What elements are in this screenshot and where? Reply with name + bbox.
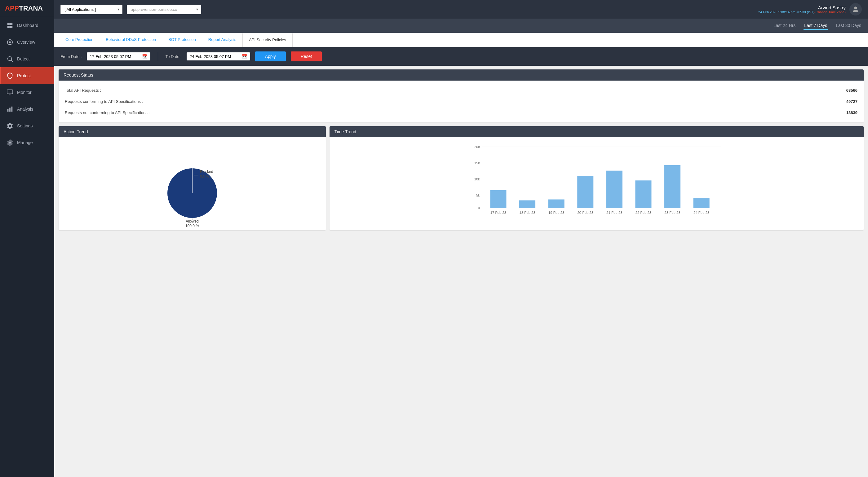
sidebar-item-manage[interactable]: Manage [0, 134, 54, 151]
date-divider [158, 52, 158, 61]
stat-value-nonconforming: 13839 [846, 110, 858, 115]
to-date-input[interactable] [190, 54, 239, 59]
time-trend-body: 20k 15k 10k 5k 0 [330, 137, 864, 227]
sidebar-nav: Dashboard Overview Detect Protect Monito… [0, 17, 54, 477]
user-time: 24 Feb 2023 5:08:14 pm +0530 (IST)(Chang… [758, 10, 846, 14]
svg-point-6 [8, 57, 12, 61]
from-date-input-wrap: 📅 [87, 52, 150, 60]
blocked-label-text: Blocked [200, 169, 213, 174]
app-dropdown-wrapper[interactable]: [ All Applications ] [60, 5, 122, 14]
tab-behavioral-ddos[interactable]: Behavioral DDoS Protection [99, 33, 162, 47]
stat-label-total: Total API Requests : [65, 88, 101, 93]
svg-rect-2 [7, 26, 10, 28]
sidebar-item-monitor[interactable]: Monitor [0, 84, 54, 101]
from-date-cal-icon[interactable]: 📅 [142, 54, 147, 59]
pie-chart: Blocked 0.0 % Allowed 100.0 % [149, 144, 236, 224]
action-trend-card: Action Trend Blocked 0.0 % Allowed [59, 126, 326, 230]
allowed-value-text: 100.0 % [185, 224, 199, 228]
from-date-label: From Date : [60, 54, 82, 59]
user-info: Arvind Sastry 24 Feb 2023 5:08:14 pm +05… [758, 5, 846, 14]
x-label-21feb: 21 Feb 23 [607, 211, 622, 215]
bar-20feb [577, 176, 593, 208]
bar-18feb [519, 200, 535, 208]
avatar-icon [851, 5, 860, 13]
logo-app: APP [5, 4, 19, 12]
time-btn-30days[interactable]: Last 30 Days [835, 22, 862, 30]
reset-button[interactable]: Reset [291, 52, 322, 61]
request-status-header: Request Status [59, 69, 864, 81]
sidebar-item-protect-label: Protect [17, 73, 31, 78]
bar-22feb [635, 180, 651, 208]
sidebar-item-analysis[interactable]: Analysis [0, 101, 54, 118]
x-label-23feb: 23 Feb 23 [664, 211, 680, 215]
apply-button[interactable]: Apply [255, 52, 286, 61]
charts-row: Action Trend Blocked 0.0 % Allowed [59, 126, 864, 230]
monitor-icon [6, 89, 13, 96]
to-date-input-wrap: 📅 [187, 52, 250, 60]
sidebar-item-analysis-label: Analysis [17, 107, 33, 112]
content-area: Core Protection Behavioral DDoS Protecti… [54, 33, 868, 477]
sidebar-item-dashboard[interactable]: Dashboard [0, 17, 54, 34]
analysis-icon [6, 106, 13, 113]
x-label-17feb: 17 Feb 23 [490, 211, 506, 215]
url-dropdown-wrapper[interactable]: api.prevention-portside.co [127, 5, 201, 14]
x-label-18feb: 18 Feb 23 [519, 211, 535, 215]
x-label-20feb: 20 Feb 23 [577, 211, 593, 215]
svg-rect-12 [9, 107, 10, 112]
tab-report-analysis[interactable]: Report Analysis [202, 33, 242, 47]
bar-24feb [693, 198, 709, 208]
sidebar-item-detect-label: Detect [17, 56, 29, 61]
detect-icon [6, 56, 13, 62]
time-btn-24hrs[interactable]: Last 24 Hrs [773, 22, 796, 30]
top-header: [ All Applications ] api.prevention-port… [54, 0, 868, 19]
sidebar-item-overview[interactable]: Overview [0, 34, 54, 51]
protect-icon [6, 72, 13, 79]
from-date-input[interactable] [90, 54, 140, 59]
sidebar-item-monitor-label: Monitor [17, 90, 32, 95]
stat-row-nonconforming: Requests not conforming to API Specifica… [65, 107, 858, 118]
to-date-cal-icon[interactable]: 📅 [242, 54, 247, 59]
svg-line-7 [11, 60, 13, 62]
x-label-24feb: 24 Feb 23 [693, 211, 710, 215]
x-label-19feb: 19 Feb 23 [548, 211, 564, 215]
sidebar-item-settings[interactable]: Settings [0, 118, 54, 134]
sidebar-item-overview-label: Overview [17, 40, 35, 44]
svg-rect-1 [10, 23, 12, 25]
user-time-text: 24 Feb 2023 5:08:14 pm +0530 (IST) [758, 10, 814, 14]
svg-point-14 [9, 141, 11, 144]
tab-api-security[interactable]: API Security Policies [242, 33, 292, 47]
sidebar-item-protect[interactable]: Protect [0, 67, 54, 84]
svg-rect-0 [7, 23, 10, 25]
app-dropdown[interactable]: [ All Applications ] [60, 5, 122, 14]
logo: APPTRANA [0, 0, 54, 17]
sidebar-item-settings-label: Settings [17, 123, 33, 128]
tab-bot-protection[interactable]: BOT Protection [162, 33, 202, 47]
change-timezone-link[interactable]: (Change Time Zone) [814, 10, 846, 14]
stat-row-conforming: Requests conforming to API Specification… [65, 96, 858, 107]
blocked-value-text: 0.0 % [200, 174, 210, 179]
sidebar-item-detect[interactable]: Detect [0, 51, 54, 67]
header-left: [ All Applications ] api.prevention-port… [60, 5, 201, 14]
tab-core-protection[interactable]: Core Protection [59, 33, 99, 47]
stat-row-total: Total API Requests : 63566 [65, 85, 858, 96]
date-filter: From Date : 📅 To Date : 📅 Apply Reset [54, 47, 868, 66]
stat-value-total: 63566 [846, 88, 858, 93]
y-label-20k: 20k [474, 145, 480, 149]
header-right: Arvind Sastry 24 Feb 2023 5:08:14 pm +05… [758, 3, 862, 15]
time-trend-card: Time Trend 20k 15k 10k 5k 0 [330, 126, 864, 230]
stat-label-conforming: Requests conforming to API Specification… [65, 99, 143, 104]
tabs-bar: Core Protection Behavioral DDoS Protecti… [54, 33, 868, 47]
main: [ All Applications ] api.prevention-port… [54, 0, 868, 477]
time-btn-7days[interactable]: Last 7 Days [804, 22, 828, 30]
sidebar: APPTRANA Dashboard Overview Detect Prote… [0, 0, 54, 477]
y-label-0: 0 [478, 206, 479, 210]
url-dropdown[interactable]: api.prevention-portside.co [127, 5, 201, 14]
svg-rect-13 [11, 107, 13, 112]
user-avatar [849, 3, 862, 15]
svg-point-15 [855, 6, 857, 9]
stat-value-conforming: 49727 [846, 99, 858, 104]
time-range-bar: Last 24 Hrs Last 7 Days Last 30 Days [54, 19, 868, 33]
request-status-card: Request Status Total API Requests : 6356… [59, 69, 864, 122]
time-trend-header: Time Trend [330, 126, 864, 137]
settings-icon [6, 122, 13, 129]
